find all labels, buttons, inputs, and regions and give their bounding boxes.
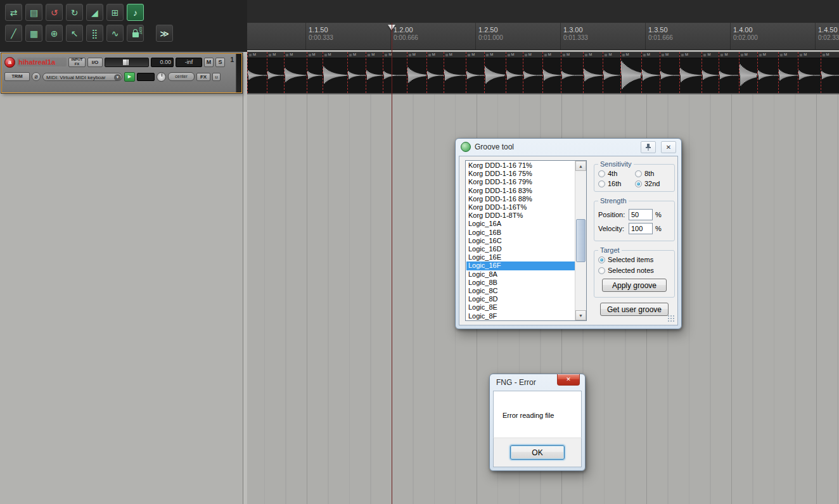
pan-knob[interactable] bbox=[157, 72, 166, 82]
audio-item[interactable]: M bbox=[583, 52, 603, 93]
item-mute-button[interactable]: M bbox=[784, 53, 787, 57]
item-mute-button[interactable]: M bbox=[353, 53, 356, 57]
move-cross-icon[interactable]: ⊕ bbox=[46, 25, 63, 42]
item-mute-button[interactable]: M bbox=[490, 53, 493, 57]
audio-item[interactable]: M bbox=[347, 52, 366, 93]
radio-button-icon[interactable] bbox=[635, 170, 642, 177]
input-fx-button[interactable]: INPUT FX bbox=[68, 58, 86, 67]
groove-dialog-titlebar[interactable]: Groove tool ✕ bbox=[456, 139, 681, 155]
track-name[interactable]: hihatreal1a bbox=[17, 58, 67, 66]
item-mute-button[interactable]: M bbox=[685, 53, 688, 57]
groove-list-item[interactable]: Logic_8B bbox=[466, 279, 575, 287]
midi-note-edit-icon[interactable]: ♪ bbox=[127, 4, 144, 21]
groove-list-item[interactable]: Korg DDD-1-16 88% bbox=[466, 195, 575, 203]
radio-button-icon[interactable] bbox=[598, 170, 605, 177]
io-button[interactable]: I/O bbox=[87, 58, 103, 67]
lock-edit-icon[interactable]: EDIT bbox=[127, 25, 144, 42]
audio-item[interactable]: M bbox=[679, 52, 701, 93]
item-mute-button[interactable]: M bbox=[608, 53, 612, 57]
audio-item[interactable]: M bbox=[307, 52, 323, 93]
groove-list-item[interactable]: Korg DDD-1-8T% bbox=[466, 211, 575, 220]
audio-item[interactable]: M bbox=[660, 52, 679, 93]
audio-item[interactable]: M bbox=[620, 52, 641, 93]
audio-item[interactable]: M bbox=[407, 52, 426, 93]
item-mute-button[interactable]: M bbox=[826, 53, 829, 57]
audio-item[interactable]: M bbox=[426, 52, 444, 93]
groove-close-button[interactable]: ✕ bbox=[661, 141, 676, 153]
audio-item[interactable]: M bbox=[739, 52, 757, 93]
audio-item[interactable]: M bbox=[561, 52, 583, 93]
arrow-select-icon[interactable]: ↖ bbox=[66, 25, 83, 42]
velocity-input[interactable] bbox=[629, 223, 653, 234]
groove-list-item[interactable]: Logic_8D bbox=[466, 295, 575, 303]
trim-envelope-button[interactable]: TRIM bbox=[4, 72, 30, 81]
audio-item[interactable]: M bbox=[523, 52, 542, 93]
scroll-down-button[interactable]: ▼ bbox=[575, 310, 586, 320]
radio-4th[interactable]: 4th bbox=[598, 170, 634, 177]
radio-button-icon[interactable] bbox=[598, 256, 605, 263]
item-mute-button[interactable]: M bbox=[471, 53, 475, 57]
scroll-up-button[interactable]: ▲ bbox=[575, 161, 586, 171]
audio-item[interactable]: M bbox=[798, 52, 820, 93]
radio-8th[interactable]: 8th bbox=[635, 170, 670, 177]
groove-list-item[interactable]: Logic_8F bbox=[466, 312, 575, 320]
solo-button[interactable]: S bbox=[215, 58, 225, 67]
get-user-groove-button[interactable]: Get user groove bbox=[600, 303, 669, 316]
audio-item[interactable]: M bbox=[641, 52, 660, 93]
item-mute-button[interactable]: M bbox=[432, 53, 435, 57]
item-mute-button[interactable]: M bbox=[647, 53, 650, 57]
audio-item[interactable]: M bbox=[778, 52, 798, 93]
audio-item[interactable]: M bbox=[466, 52, 484, 93]
audio-item[interactable]: M bbox=[719, 52, 738, 93]
item-mute-button[interactable]: M bbox=[745, 53, 748, 57]
quantize-grid-icon[interactable]: ⊞ bbox=[106, 4, 124, 21]
mute-button[interactable]: M bbox=[204, 58, 214, 67]
groove-list-item[interactable]: Korg DDD-1-16 71% bbox=[466, 161, 575, 170]
audio-item[interactable]: M bbox=[323, 52, 348, 93]
item-mute-button[interactable]: M bbox=[548, 53, 551, 57]
item-mute-button[interactable]: M bbox=[589, 53, 592, 57]
radio-button-icon[interactable] bbox=[635, 180, 642, 187]
item-mute-button[interactable]: M bbox=[804, 53, 807, 57]
item-mute-button[interactable]: M bbox=[290, 53, 293, 57]
pin-button[interactable] bbox=[641, 141, 656, 153]
item-mute-button[interactable]: M bbox=[328, 53, 331, 57]
position-input[interactable] bbox=[629, 209, 653, 220]
groove-list-item[interactable]: Logic_16A bbox=[466, 220, 575, 228]
groove-list-scrollbar[interactable]: ▲ ▼ bbox=[575, 161, 586, 320]
smooth-envelope-icon[interactable]: ∿ bbox=[106, 25, 124, 42]
item-mute-button[interactable]: M bbox=[449, 53, 452, 57]
swap-items-icon[interactable]: ⇄ bbox=[5, 4, 22, 21]
record-mode-button[interactable] bbox=[137, 73, 155, 81]
audio-item[interactable]: M bbox=[484, 52, 505, 93]
audio-item[interactable]: M bbox=[506, 52, 523, 93]
item-mute-button[interactable]: M bbox=[413, 53, 416, 57]
copy-items-icon[interactable]: ▤ bbox=[25, 4, 42, 21]
audio-item[interactable]: M bbox=[821, 52, 839, 93]
item-mute-button[interactable]: M bbox=[665, 53, 669, 57]
resize-grip[interactable] bbox=[667, 315, 676, 323]
audio-item[interactable]: M bbox=[247, 52, 267, 93]
fx-bypass-button[interactable]: u bbox=[212, 73, 221, 81]
groove-list-item[interactable]: Korg DDD-1-16 75% bbox=[466, 170, 575, 178]
monitor-button[interactable]: ▶ bbox=[124, 72, 135, 82]
scrollbar-thumb[interactable] bbox=[576, 219, 586, 262]
audio-item[interactable]: M bbox=[383, 52, 406, 93]
audio-item[interactable]: M bbox=[284, 52, 306, 93]
item-mute-button[interactable]: M bbox=[567, 53, 570, 57]
item-mute-button[interactable]: M bbox=[763, 53, 766, 57]
lasso-select-red-icon[interactable]: ↺ bbox=[46, 4, 63, 21]
radio-button-icon[interactable] bbox=[598, 267, 605, 274]
groove-list-item[interactable]: Korg DDD-1-16 83% bbox=[466, 187, 575, 195]
run-actions-icon[interactable]: ≫ bbox=[156, 25, 173, 42]
item-mute-button[interactable]: M bbox=[707, 53, 710, 57]
audio-item[interactable]: M bbox=[603, 52, 620, 93]
audio-item[interactable]: M bbox=[366, 52, 383, 93]
audio-item[interactable]: M bbox=[444, 52, 466, 93]
audio-item[interactable]: M bbox=[542, 52, 561, 93]
groove-list-item[interactable]: Logic_16F bbox=[466, 261, 575, 270]
pan-value[interactable]: center bbox=[168, 72, 195, 81]
groove-list-item[interactable]: Logic_8E bbox=[466, 303, 575, 312]
radio-selected-items[interactable]: Selected items bbox=[598, 256, 670, 263]
item-mute-button[interactable]: M bbox=[312, 53, 316, 57]
